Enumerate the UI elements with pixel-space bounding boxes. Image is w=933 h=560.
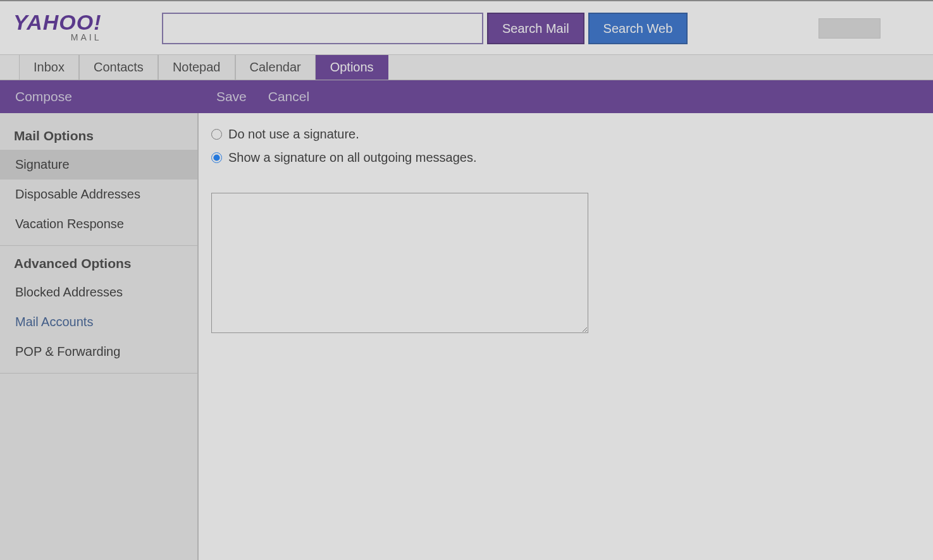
header-right-placeholder: [819, 18, 880, 39]
sidebar-heading-mail-options: Mail Options: [0, 125, 197, 150]
sidebar-separator: [0, 245, 197, 246]
signature-textarea[interactable]: [211, 193, 588, 333]
logo-brand: YAHOO!: [13, 10, 101, 34]
signature-radio-none[interactable]: [211, 129, 222, 140]
sidebar-item-disposable[interactable]: Disposable Addresses: [0, 180, 197, 209]
cancel-button[interactable]: Cancel: [268, 89, 309, 104]
signature-option-show[interactable]: Show a signature on all outgoing message…: [211, 150, 933, 165]
action-bar: Compose Save Cancel: [0, 80, 933, 113]
logo: YAHOO! MAIL: [13, 10, 101, 42]
sidebar-separator-2: [0, 373, 197, 374]
signature-option-none-label: Do not use a signature.: [228, 127, 359, 142]
tab-inbox[interactable]: Inbox: [19, 54, 79, 80]
tab-contacts[interactable]: Contacts: [79, 54, 158, 80]
sidebar-heading-advanced: Advanced Options: [0, 252, 197, 277]
sidebar-item-blocked[interactable]: Blocked Addresses: [0, 277, 197, 307]
signature-option-none[interactable]: Do not use a signature.: [211, 127, 933, 142]
signature-option-show-label: Show a signature on all outgoing message…: [228, 150, 476, 165]
options-sidebar: Mail Options Signature Disposable Addres…: [0, 113, 199, 560]
save-button[interactable]: Save: [216, 89, 247, 104]
sidebar-item-pop[interactable]: POP & Forwarding: [0, 337, 197, 367]
signature-panel: Do not use a signature. Show a signature…: [199, 113, 933, 560]
search-mail-button[interactable]: Search Mail: [487, 13, 584, 44]
search-group: Search Mail Search Web: [162, 13, 688, 44]
sidebar-item-mail-accounts[interactable]: Mail Accounts: [0, 307, 197, 337]
tab-options[interactable]: Options: [316, 54, 388, 80]
main-tabs: Inbox Contacts Notepad Calendar Options: [0, 55, 933, 80]
sidebar-item-signature[interactable]: Signature: [0, 150, 197, 180]
body: Mail Options Signature Disposable Addres…: [0, 113, 933, 560]
compose-button[interactable]: Compose: [15, 89, 72, 104]
signature-radio-show[interactable]: [211, 152, 222, 163]
header-bar: YAHOO! MAIL Search Mail Search Web: [0, 0, 933, 55]
tab-calendar[interactable]: Calendar: [235, 54, 316, 80]
sidebar-item-vacation[interactable]: Vacation Response: [0, 209, 197, 239]
search-web-button[interactable]: Search Web: [588, 13, 688, 44]
tab-notepad[interactable]: Notepad: [158, 54, 235, 80]
search-input[interactable]: [162, 13, 483, 44]
